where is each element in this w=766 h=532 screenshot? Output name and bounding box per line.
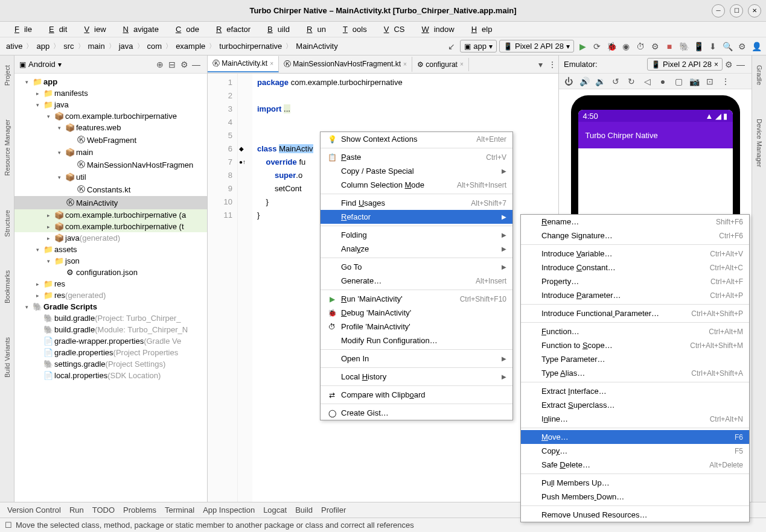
rotate-right-icon[interactable]: ↻: [625, 75, 637, 87]
rail-project[interactable]: Project: [2, 60, 12, 90]
power-icon[interactable]: ⏻: [563, 75, 575, 87]
menu-item[interactable]: Remove Unused Resources…: [521, 508, 749, 522]
tree-item[interactable]: ▾📦main: [14, 147, 207, 158]
run-config-selector[interactable]: ▣ app ▾: [460, 40, 497, 52]
breadcrumb-item[interactable]: app: [34, 40, 52, 52]
menu-refactor[interactable]: Refactor: [206, 24, 255, 35]
breadcrumb-item[interactable]: src: [61, 40, 76, 52]
menu-item[interactable]: Type Parameter…: [521, 352, 749, 366]
menu-help[interactable]: Help: [462, 24, 497, 35]
rotate-left-icon[interactable]: ↺: [610, 75, 622, 87]
bottom-tool-run[interactable]: Run: [69, 505, 84, 515]
menu-item[interactable]: Folding▶: [321, 228, 512, 242]
menu-item[interactable]: ⏱Profile 'MainActivity': [321, 320, 512, 334]
apply-changes-icon[interactable]: ⟳: [591, 40, 603, 52]
tree-item[interactable]: ▾📦util: [14, 171, 207, 183]
tree-item[interactable]: ⚙configuration.json: [14, 267, 207, 278]
tree-item[interactable]: ▾📁java: [14, 99, 207, 110]
menu-item[interactable]: 📋PasteCtrl+V: [321, 150, 512, 164]
rail-resource manager[interactable]: Resource Manager: [2, 115, 12, 181]
menu-item[interactable]: Go To▶: [321, 260, 512, 274]
menu-item[interactable]: 💡Show Context ActionsAlt+Enter: [321, 132, 512, 146]
tree-item[interactable]: ▸📦com.example.turbochirpernative (t: [14, 221, 207, 232]
menu-navigate[interactable]: Navigate: [113, 24, 164, 35]
menu-tools[interactable]: Tools: [333, 24, 372, 35]
tab-list-icon[interactable]: ▾: [534, 59, 546, 71]
menu-item[interactable]: Open In▶: [321, 352, 512, 366]
menu-item[interactable]: Refactor▶: [321, 210, 512, 224]
menu-item[interactable]: Find UsagesAlt+Shift+7: [321, 196, 512, 210]
home-icon[interactable]: ●: [657, 75, 669, 87]
bottom-tool-profiler[interactable]: Profiler: [321, 505, 346, 515]
rail-structure[interactable]: Structure: [2, 205, 12, 242]
rail-gradle[interactable]: Gradle: [755, 60, 764, 90]
bottom-tool-app inspection[interactable]: App Inspection: [203, 505, 255, 515]
tree-item[interactable]: 📄gradle.properties (Project Properties: [14, 347, 207, 358]
menu-item[interactable]: Local History▶: [321, 370, 512, 384]
breadcrumb-item[interactable]: java: [116, 40, 136, 52]
close-icon[interactable]: ×: [270, 60, 273, 67]
tree-item[interactable]: ▸📁res (generated): [14, 290, 207, 301]
emulator-hide-icon[interactable]: —: [735, 59, 747, 71]
tree-item[interactable]: ⓀMainActivity: [14, 196, 207, 209]
breadcrumb-item[interactable]: main: [86, 40, 107, 52]
menu-code[interactable]: Code: [166, 24, 204, 35]
menu-item[interactable]: Function…Ctrl+Alt+M: [521, 325, 749, 338]
menu-item[interactable]: 🐞Debug 'MainActivity': [321, 306, 512, 320]
bottom-tool-problems[interactable]: Problems: [123, 505, 156, 515]
menu-vcs[interactable]: VCS: [374, 24, 410, 35]
menu-item[interactable]: Modify Run Configuration…: [321, 334, 512, 347]
menu-item[interactable]: Column Selection ModeAlt+Shift+Insert: [321, 178, 512, 192]
breadcrumb-item[interactable]: turbochirpernative: [217, 40, 284, 52]
tree-item[interactable]: ▾📦features.web: [14, 122, 207, 133]
menu-item[interactable]: Extract Interface…: [521, 384, 749, 398]
menu-item[interactable]: Copy / Paste Special▶: [321, 164, 512, 178]
back-icon[interactable]: ◁: [641, 75, 653, 87]
tree-item[interactable]: 📄gradle-wrapper.properties (Gradle Ve: [14, 335, 207, 347]
menu-item[interactable]: Introduce Constant…Ctrl+Alt+C: [521, 261, 749, 274]
sync-icon[interactable]: 🐘: [678, 40, 690, 52]
menu-file[interactable]: File: [5, 24, 37, 35]
close-icon[interactable]: ×: [403, 61, 407, 68]
bottom-tool-terminal[interactable]: Terminal: [165, 505, 194, 515]
menu-item[interactable]: Extract Superclass…: [521, 398, 749, 412]
tree-item[interactable]: ▸📦java (generated): [14, 232, 207, 244]
maximize-button[interactable]: ☐: [730, 4, 743, 17]
profile-icon[interactable]: ⏱: [634, 40, 646, 52]
menu-item[interactable]: Analyze▶: [321, 242, 512, 256]
menu-item[interactable]: Rename…Shift+F6: [521, 215, 749, 229]
breadcrumb-item[interactable]: example: [173, 40, 208, 52]
rail-build variants[interactable]: Build Variants: [2, 332, 12, 382]
collapse-icon[interactable]: —: [190, 59, 202, 71]
more-icon[interactable]: ⋮: [720, 75, 732, 87]
search-icon[interactable]: 🔍: [721, 40, 733, 52]
refactor-submenu[interactable]: Rename…Shift+F6Change Signature…Ctrl+F6I…: [520, 214, 750, 522]
tree-item[interactable]: ▾📁json: [14, 255, 207, 267]
bottom-tool-logcat[interactable]: Logcat: [263, 505, 287, 515]
coverage-icon[interactable]: ◉: [620, 40, 632, 52]
menu-edit[interactable]: Edit: [39, 24, 72, 35]
tree-item[interactable]: ⓀConstants.kt: [14, 183, 207, 196]
minimize-button[interactable]: ─: [712, 4, 725, 17]
tree-item[interactable]: 🐘build.gradle (Module: Turbo_Chirper_N: [14, 324, 207, 335]
menu-item[interactable]: Pull Members Up…: [521, 476, 749, 490]
menu-item[interactable]: Introduce Functional Parameter…Ctrl+Alt+…: [521, 306, 749, 320]
menu-item[interactable]: Generate…Alt+Insert: [321, 274, 512, 288]
tree-item[interactable]: ▸📁manifests: [14, 87, 207, 99]
menu-item[interactable]: ◯Create Gist…: [321, 406, 512, 420]
menu-item[interactable]: Move…F6: [521, 430, 749, 444]
editor-tab[interactable]: ⚙ configurat ×: [412, 58, 469, 71]
breadcrumb-item[interactable]: MainActivity: [293, 40, 340, 52]
tree-item[interactable]: ▾📁assets: [14, 244, 207, 255]
user-icon[interactable]: 👤: [750, 40, 762, 52]
bottom-tool-version control[interactable]: Version Control: [7, 505, 61, 515]
menu-item[interactable]: ⇄Compare with Clipboard: [321, 388, 512, 402]
tree-item[interactable]: ⓀMainSessionNavHostFragmen: [14, 158, 207, 171]
volume-down-icon[interactable]: 🔉: [594, 75, 606, 87]
device-selector[interactable]: 📱 Pixel 2 API 28 ▾: [499, 40, 574, 52]
menu-item[interactable]: ▶Run 'MainActivity'Ctrl+Shift+F10: [321, 292, 512, 306]
tree-item[interactable]: ▸📦com.example.turbochirpernative (a: [14, 209, 207, 221]
project-panel-title[interactable]: ▣ Android ▾: [19, 60, 154, 69]
tree-item[interactable]: ▾🐘Gradle Scripts: [14, 301, 207, 312]
menu-item[interactable]: Type Alias…Ctrl+Alt+Shift+A: [521, 366, 749, 380]
